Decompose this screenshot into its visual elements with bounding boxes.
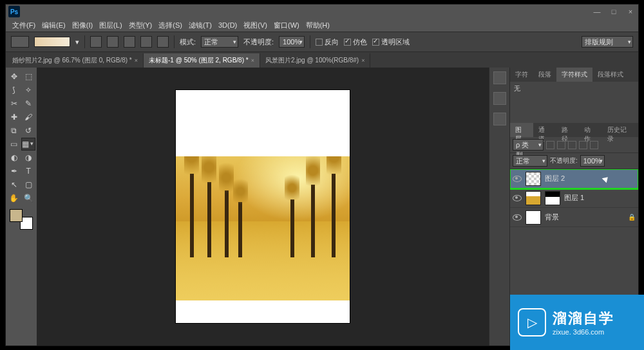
layer-thumb[interactable] [526, 191, 541, 205]
menu-layer[interactable]: 图层(L) [97, 19, 124, 32]
brush-tool[interactable]: 🖌 [22, 111, 36, 124]
menu-file[interactable]: 文件(F) [10, 19, 38, 32]
close-icon[interactable]: × [135, 57, 138, 64]
layer-blend-row: 正常 不透明度: 100% [510, 153, 638, 169]
visibility-icon[interactable] [513, 174, 522, 183]
menu-type[interactable]: 类型(Y) [126, 19, 155, 32]
gradient-linear-icon[interactable] [90, 36, 102, 48]
blur-tool[interactable]: ◐ [7, 151, 21, 164]
tab-para-style[interactable]: 段落样式 [592, 68, 629, 82]
doc-tab-1[interactable]: 未标题-1 @ 50% (图层 2, RGB/8) *× [144, 53, 260, 68]
gradient-tool[interactable]: ▦ [21, 138, 35, 151]
zoom-tool[interactable]: 🔍 [22, 192, 36, 205]
panel-dock [489, 68, 509, 345]
gradient-picker[interactable] [34, 37, 70, 47]
layer-kind-select[interactable]: ρ 类型 [513, 139, 544, 151]
menu-3d[interactable]: 3D(D) [216, 20, 240, 30]
menu-filter[interactable]: 滤镜(T) [186, 19, 214, 32]
tool-preset-picker[interactable] [11, 36, 29, 48]
layer-opacity-input[interactable]: 100% [580, 155, 605, 167]
filter-shape-icon[interactable] [579, 141, 587, 149]
shape-tool[interactable]: ▢ [22, 178, 36, 191]
char-panel-tabs: 字符 段落 字符样式 段落样式 [510, 68, 638, 82]
layer-thumb[interactable] [526, 210, 541, 225]
crop-tool[interactable]: ✂ [7, 97, 21, 110]
visibility-icon[interactable] [513, 213, 522, 222]
canvas[interactable] [37, 68, 489, 345]
gradient-diamond-icon[interactable] [157, 36, 169, 48]
close-icon[interactable]: × [251, 57, 254, 64]
arrange-select[interactable]: 排版规则 [582, 36, 633, 48]
eyedropper-tool[interactable]: ✎ [22, 97, 36, 110]
eraser-tool[interactable]: ▭ [7, 138, 21, 151]
tab-para[interactable]: 段落 [533, 68, 556, 82]
path-tool[interactable]: ↖ [7, 178, 21, 191]
dodge-tool[interactable]: ◑ [22, 151, 36, 164]
stamp-tool[interactable]: ⧉ [7, 124, 21, 137]
history-brush-tool[interactable]: ↺ [22, 124, 36, 137]
close-icon[interactable]: × [361, 57, 365, 64]
opacity-input[interactable]: 100% [279, 36, 305, 48]
visibility-icon[interactable] [513, 194, 522, 203]
filter-type-icon[interactable] [568, 141, 576, 149]
layer-name[interactable]: 图层 2 [545, 174, 565, 183]
doc-tab-0[interactable]: 婚纱照片2.jpg @ 66.7% (图层 0, RGB/8) *× [7, 53, 144, 68]
menu-image[interactable]: 图像(I) [70, 19, 95, 32]
paragraph-icon[interactable] [493, 113, 506, 125]
tab-actions[interactable]: 动作 [579, 123, 602, 137]
menu-window[interactable]: 窗口(W) [271, 19, 302, 32]
titlebar: Ps — □ × [6, 5, 638, 19]
hand-tool[interactable]: ✋ [7, 192, 21, 205]
heal-tool[interactable]: ✚ [7, 111, 21, 124]
document-image [176, 156, 350, 300]
layer-filter-row: ρ 类型 [510, 137, 638, 153]
layer-blend-select[interactable]: 正常 [513, 155, 547, 167]
menu-view[interactable]: 视图(V) [241, 19, 270, 32]
filter-smart-icon[interactable] [590, 141, 598, 149]
layer-name[interactable]: 图层 1 [564, 193, 584, 203]
layer-row-1[interactable]: 图层 1 [510, 189, 638, 208]
move-tool[interactable]: ✥ [7, 70, 21, 83]
tab-layers[interactable]: 图层 [510, 123, 533, 137]
type-tool[interactable]: T [22, 165, 36, 178]
layer-row-2[interactable]: 图层 2 [510, 169, 638, 189]
filter-adjust-icon[interactable] [557, 141, 565, 149]
play-icon: ▷ [518, 308, 546, 336]
layer-row-bg[interactable]: 背景 🔒 [510, 208, 638, 227]
blend-mode-select[interactable]: 正常 [201, 36, 238, 48]
tab-char-style[interactable]: 字符样式 [556, 68, 592, 82]
app-logo: Ps [8, 6, 20, 17]
menu-select[interactable]: 选择(S) [156, 19, 185, 32]
swatches-icon[interactable] [493, 92, 506, 105]
tab-history[interactable]: 历史记录 [602, 123, 638, 137]
layer-thumb[interactable] [526, 172, 541, 186]
doc-tab-2[interactable]: 风景图片2.jpg @ 100%(RGB/8#)× [260, 53, 370, 68]
mode-label: 模式: [180, 37, 196, 47]
history-icon[interactable] [493, 71, 506, 84]
layer-name[interactable]: 背景 [545, 212, 559, 222]
gradient-reflected-icon[interactable] [140, 36, 152, 48]
close-button[interactable]: × [625, 8, 636, 15]
gradient-angle-icon[interactable] [124, 36, 135, 48]
tab-paths[interactable]: 路径 [556, 123, 580, 137]
char-style-none[interactable]: 无 [514, 84, 634, 93]
gradient-radial-icon[interactable] [107, 36, 118, 48]
transparency-checkbox[interactable]: 透明区域 [372, 37, 410, 47]
lasso-tool[interactable]: ⟆ [7, 84, 21, 97]
filter-pixel-icon[interactable] [546, 141, 554, 149]
marquee-tool[interactable]: ⬚ [22, 70, 36, 83]
menu-edit[interactable]: 编辑(E) [39, 19, 68, 32]
minimize-button[interactable]: — [592, 8, 602, 15]
menu-help[interactable]: 帮助(H) [303, 19, 332, 32]
document-tabs: 婚纱照片2.jpg @ 66.7% (图层 0, RGB/8) *× 未标题-1… [6, 52, 638, 68]
reverse-checkbox[interactable]: 反向 [316, 37, 339, 47]
layer-mask-thumb[interactable] [545, 191, 560, 205]
wand-tool[interactable]: ✧ [22, 84, 36, 97]
tab-channels[interactable]: 通道 [533, 123, 556, 137]
dither-checkbox[interactable]: 仿色 [344, 37, 367, 47]
maximize-button[interactable]: □ [609, 8, 619, 15]
color-swatches[interactable] [8, 208, 34, 231]
menubar: 文件(F) 编辑(E) 图像(I) 图层(L) 类型(Y) 选择(S) 滤镜(T… [6, 19, 638, 32]
tab-char[interactable]: 字符 [510, 68, 533, 82]
pen-tool[interactable]: ✒ [7, 165, 21, 178]
